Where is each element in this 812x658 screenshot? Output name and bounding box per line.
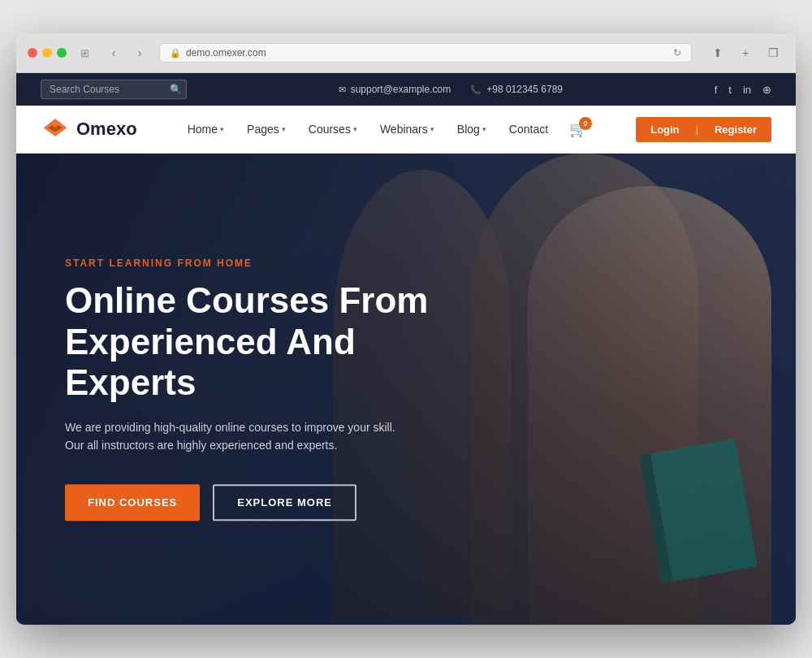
phone-contact: 📞 +98 012345 6789 bbox=[470, 84, 563, 95]
nav-blog[interactable]: Blog ▾ bbox=[447, 118, 496, 141]
address-bar[interactable]: 🔒 demo.omexer.com ↻ bbox=[159, 43, 692, 63]
blog-chevron: ▾ bbox=[482, 125, 486, 133]
hero-title-line1: Online Courses From bbox=[65, 280, 428, 320]
phone-icon: 📞 bbox=[470, 84, 482, 95]
facebook-icon[interactable]: f bbox=[715, 84, 718, 96]
cart-badge: 0 bbox=[579, 117, 592, 130]
logo-icon bbox=[41, 117, 70, 141]
nav-webinars[interactable]: Webinars ▾ bbox=[370, 118, 444, 141]
forward-button[interactable]: › bbox=[128, 41, 151, 64]
search-input[interactable] bbox=[50, 84, 163, 95]
minimize-dot[interactable] bbox=[42, 48, 52, 58]
logo-text: Omexo bbox=[76, 119, 137, 140]
close-dot[interactable] bbox=[28, 48, 37, 58]
logo[interactable]: Omexo bbox=[41, 117, 137, 141]
contact-info: ✉ support@example.com 📞 +98 012345 6789 bbox=[339, 84, 563, 95]
browser-window: ⊞ ‹ › 🔒 demo.omexer.com ↻ ⬆ + ❐ 🔍 ✉ bbox=[16, 33, 796, 625]
pages-chevron: ▾ bbox=[282, 125, 286, 133]
main-navigation: Omexo Home ▾ Pages ▾ Courses ▾ Webinars … bbox=[16, 106, 796, 154]
lock-icon: 🔒 bbox=[170, 48, 181, 58]
hero-content: START LEARNING FROM HOME Online Courses … bbox=[65, 258, 471, 521]
browser-action-buttons: ⬆ + ❐ bbox=[706, 41, 784, 64]
hero-title: Online Courses From Experienced And Expe… bbox=[65, 280, 471, 404]
share-button[interactable]: ⬆ bbox=[706, 41, 729, 64]
url-text: demo.omexer.com bbox=[186, 47, 266, 58]
hero-eyebrow: START LEARNING FROM HOME bbox=[65, 258, 471, 269]
find-courses-button[interactable]: FIND COURSES bbox=[65, 484, 200, 521]
linkedin-icon[interactable]: in bbox=[743, 84, 751, 96]
email-contact: ✉ support@example.com bbox=[339, 84, 451, 95]
nav-courses[interactable]: Courses ▾ bbox=[299, 118, 367, 141]
back-button[interactable]: ‹ bbox=[102, 41, 125, 64]
register-button[interactable]: Register bbox=[700, 117, 771, 142]
maximize-dot[interactable] bbox=[57, 48, 67, 58]
social-links: f t in ⊕ bbox=[715, 84, 771, 96]
nav-buttons: ‹ › bbox=[102, 41, 151, 64]
window-controls bbox=[28, 48, 67, 58]
nav-home[interactable]: Home ▾ bbox=[178, 118, 234, 141]
new-tab-button[interactable]: + bbox=[734, 41, 757, 64]
website-content: 🔍 ✉ support@example.com 📞 +98 012345 678… bbox=[16, 73, 796, 625]
login-button[interactable]: Login bbox=[636, 117, 693, 142]
search-bar[interactable]: 🔍 bbox=[41, 80, 187, 99]
courses-chevron: ▾ bbox=[353, 125, 357, 133]
browser-titlebar: ⊞ ‹ › 🔒 demo.omexer.com ↻ ⬆ + ❐ bbox=[16, 33, 796, 73]
auth-divider: | bbox=[694, 117, 700, 142]
copy-button[interactable]: ❐ bbox=[762, 41, 784, 64]
nav-pages[interactable]: Pages ▾ bbox=[237, 118, 296, 141]
hero-description: We are providing high-quality online cou… bbox=[65, 418, 406, 455]
top-bar: 🔍 ✉ support@example.com 📞 +98 012345 678… bbox=[16, 73, 796, 106]
twitter-icon[interactable]: t bbox=[728, 84, 732, 96]
explore-more-button[interactable]: EXPLORE MORE bbox=[213, 484, 356, 521]
home-chevron: ▾ bbox=[220, 125, 224, 133]
webinars-chevron: ▾ bbox=[430, 125, 434, 133]
email-text: support@example.com bbox=[351, 84, 451, 95]
cart-button[interactable]: 🛒 0 bbox=[561, 115, 595, 143]
hero-section: START LEARNING FROM HOME Online Courses … bbox=[16, 154, 796, 625]
nav-links: Home ▾ Pages ▾ Courses ▾ Webinars ▾ Blog bbox=[178, 115, 595, 143]
window-layout-icon[interactable]: ⊞ bbox=[75, 43, 94, 63]
nav-contact[interactable]: Contact bbox=[499, 118, 558, 141]
hero-title-line2: Experienced And Experts bbox=[65, 322, 356, 403]
globe-icon[interactable]: ⊕ bbox=[762, 84, 771, 96]
search-icon: 🔍 bbox=[170, 84, 182, 95]
phone-text: +98 012345 6789 bbox=[486, 84, 563, 95]
email-icon: ✉ bbox=[339, 84, 346, 95]
hero-buttons: FIND COURSES EXPLORE MORE bbox=[65, 484, 471, 521]
refresh-icon[interactable]: ↻ bbox=[673, 47, 681, 58]
auth-buttons: Login | Register bbox=[636, 117, 771, 142]
